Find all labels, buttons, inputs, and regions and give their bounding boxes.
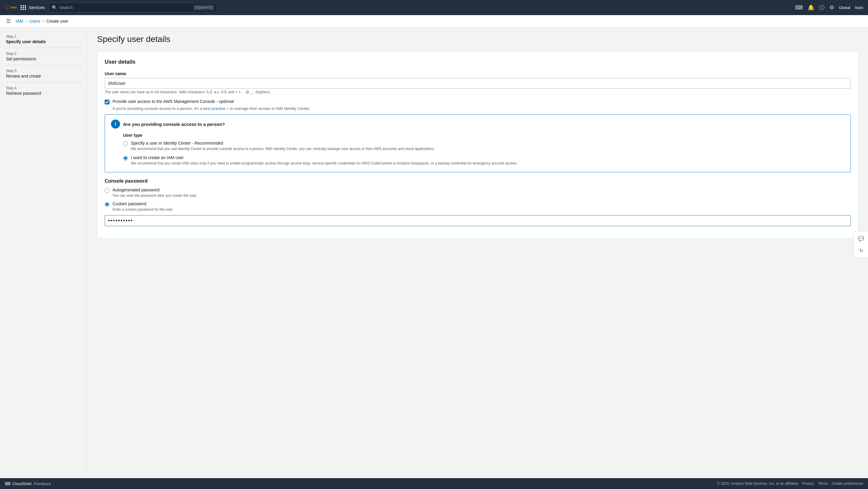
main-layout: Step 1 Specify user details Step 2 Set p…	[0, 27, 868, 478]
optional-label: optional	[219, 99, 234, 104]
step-2: Step 2 Set permissions	[6, 52, 81, 61]
privacy-link[interactable]: Privacy	[802, 482, 814, 486]
bottom-left: ⌨ CloudShell Feedback	[5, 482, 51, 486]
iam-user-radio[interactable]	[123, 156, 128, 161]
step-1-name: Specify user details	[6, 39, 81, 44]
feedback-button[interactable]: Feedback	[34, 482, 51, 486]
custom-desc: Enter a custom password for the user.	[113, 207, 174, 212]
info-question: Are you providing console access to a pe…	[123, 122, 225, 127]
custom-radio-option: Custom password Enter a custom password …	[105, 201, 851, 212]
region-selector[interactable]: Global	[839, 5, 850, 10]
cloudshell-icon: ⌨	[5, 482, 10, 486]
user-details-card: User details User name The user name can…	[97, 51, 858, 238]
custom-password-radio[interactable]	[105, 202, 110, 207]
identity-center-label[interactable]: Specify a user in Identity Center - Reco…	[131, 141, 223, 145]
step-2-label: Step 2	[6, 52, 81, 56]
divider-2	[6, 65, 81, 65]
divider-3	[6, 82, 81, 82]
password-input[interactable]	[105, 215, 851, 226]
radio-identity-option: Specify a user in Identity Center - Reco…	[123, 141, 844, 151]
page-title: Specify user details	[97, 34, 858, 44]
card-title: User details	[105, 59, 851, 65]
best-practice-link[interactable]: best practice	[203, 106, 226, 111]
console-access-checkbox-row: Provide user access to the AWS Managemen…	[105, 99, 851, 105]
info-icon: i	[111, 119, 120, 128]
content-area: Specify user details User details User n…	[88, 27, 868, 478]
settings-icon[interactable]: ⚙	[829, 4, 834, 11]
radio-iam-option: I want to create an IAM user We recommen…	[123, 155, 844, 166]
svg-text:AWS: AWS	[11, 6, 17, 9]
username-field-group: User name The user name can have up to 6…	[105, 71, 851, 94]
iam-user-desc: We recommend that you create IAM users o…	[131, 161, 518, 166]
iam-user-label[interactable]: I want to create an IAM user	[131, 155, 184, 160]
search-bar[interactable]: 🔍 [Option+S]	[49, 3, 217, 12]
search-icon: 🔍	[52, 5, 57, 10]
autogen-content: Autogenerated password You can view the …	[113, 188, 197, 198]
breadcrumb-iam[interactable]: IAM	[16, 19, 23, 24]
console-access-checkbox[interactable]	[105, 99, 110, 105]
identity-center-desc: We recommend that you use Identity Cente…	[131, 146, 435, 151]
info-box-header: i Are you providing console access to a …	[111, 119, 844, 128]
step-1-label: Step 1	[6, 34, 81, 39]
console-password-group: Console password Autogenerated password …	[105, 178, 851, 226]
user-menu[interactable]: bishi	[855, 5, 863, 10]
custom-label[interactable]: Custom password	[113, 201, 146, 206]
cookie-link[interactable]: Cookie preferences	[832, 482, 863, 486]
cloudshell-button[interactable]: ⌨ CloudShell	[5, 482, 31, 486]
username-input[interactable]	[105, 78, 851, 89]
breadcrumb-users[interactable]: Users	[29, 19, 40, 24]
console-password-label: Console password	[105, 178, 851, 184]
bell-icon[interactable]: 🔔	[808, 4, 814, 11]
services-menu[interactable]: Services	[21, 5, 45, 10]
user-type-label: User type	[123, 133, 844, 138]
step-4: Step 4 Retrieve password	[6, 86, 81, 96]
sidebar: Step 1 Specify user details Step 2 Set p…	[0, 27, 88, 478]
password-input-group	[105, 215, 851, 226]
bottom-right: © 2024, Amazon Web Services, Inc. or its…	[717, 482, 863, 486]
nav-right: ⌨ 🔔 ⓘ ⚙ Global bishi	[795, 4, 863, 11]
grid-icon	[21, 5, 26, 10]
external-link-icon: ↗	[226, 107, 229, 111]
autogen-desc: You can view the password after you crea…	[113, 193, 197, 198]
step-3-name: Review and create	[6, 74, 81, 79]
identity-center-radio[interactable]	[123, 141, 128, 146]
services-label: Services	[29, 5, 45, 10]
step-3-label: Step 3	[6, 69, 81, 73]
copyright: © 2024, Amazon Web Services, Inc. or its…	[717, 482, 799, 486]
autogen-radio-option: Autogenerated password You can view the …	[105, 188, 851, 198]
breadcrumb-sep-2: ›	[42, 19, 44, 23]
console-access-label[interactable]: Provide user access to the AWS Managemen…	[113, 99, 234, 104]
custom-content: Custom password Enter a custom password …	[113, 201, 174, 212]
username-label: User name	[105, 71, 851, 76]
console-access-hint: If you're providing console access to a …	[113, 106, 851, 111]
identity-center-content: Specify a user in Identity Center - Reco…	[131, 141, 435, 151]
terms-link[interactable]: Terms	[818, 482, 828, 486]
step-4-label: Step 4	[6, 86, 81, 90]
step-4-name: Retrieve password	[6, 91, 81, 96]
refresh-right-icon[interactable]: ↻	[857, 246, 866, 255]
user-type-info-box: i Are you providing console access to a …	[105, 114, 851, 172]
search-shortcut: [Option+S]	[193, 5, 214, 10]
cloud-shell-icon[interactable]: ⌨	[795, 4, 803, 11]
breadcrumb-bar: ☰ IAM › Users › Create user	[0, 15, 868, 27]
autogen-label[interactable]: Autogenerated password	[113, 188, 159, 192]
autogen-password-radio[interactable]	[105, 188, 110, 193]
help-icon[interactable]: ⓘ	[819, 4, 825, 11]
console-access-group: Provide user access to the AWS Managemen…	[105, 99, 851, 111]
bottom-bar: ⌨ CloudShell Feedback © 2024, Amazon Web…	[0, 478, 868, 489]
aws-logo: AWS	[5, 4, 17, 11]
right-side-icons: 💬 ↻	[854, 231, 868, 258]
username-hint: The user name can have up to 64 characte…	[105, 90, 851, 94]
divider-1	[6, 48, 81, 48]
feedback-right-icon[interactable]: 💬	[857, 234, 866, 243]
iam-user-content: I want to create an IAM user We recommen…	[131, 155, 518, 166]
top-navigation: AWS Services 🔍 [Option+S] ⌨ 🔔 ⓘ ⚙ Global…	[0, 0, 868, 15]
step-2-name: Set permissions	[6, 56, 81, 61]
breadcrumb-sep-1: ›	[26, 19, 27, 23]
breadcrumb-current: Create user	[46, 19, 68, 24]
cloudshell-label: CloudShell	[12, 482, 31, 486]
search-input[interactable]	[59, 5, 191, 10]
step-3: Step 3 Review and create	[6, 69, 81, 79]
step-1: Step 1 Specify user details	[6, 34, 81, 44]
hamburger-menu[interactable]: ☰	[6, 18, 11, 24]
